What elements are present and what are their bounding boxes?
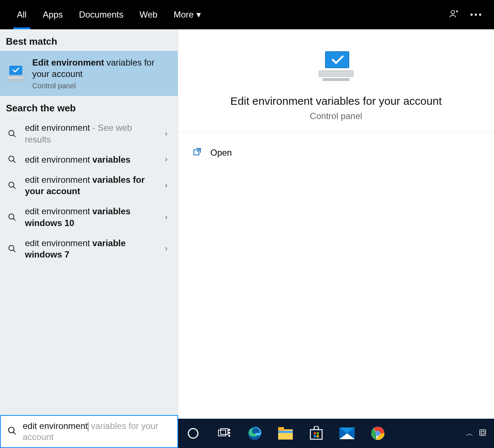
svg-rect-22 [278,427,284,431]
tab-web[interactable]: Web [132,0,166,29]
tab-all[interactable]: All [9,0,35,29]
tray-expand-icon[interactable]: ︿ [466,429,473,438]
svg-rect-25 [314,432,316,434]
svg-point-14 [188,429,198,438]
svg-point-8 [9,245,14,251]
best-match-title: Edit environment variables for your acco… [32,57,171,79]
control-panel-icon [7,64,25,83]
detail-title: Edit environment variables for your acco… [178,95,494,107]
search-filter-tabs: All Apps Documents Web More▾ ••• [0,0,494,29]
open-icon [193,147,202,158]
caret-down-icon: ▾ [196,10,201,20]
search-icon [7,244,18,253]
svg-point-5 [9,156,14,161]
svg-rect-11 [322,78,350,81]
chevron-right-icon[interactable]: › [161,155,171,164]
svg-rect-28 [317,435,319,437]
tab-documents[interactable]: Documents [71,0,131,29]
tab-label: All [17,10,27,20]
svg-point-6 [9,182,14,187]
detail-subtitle: Control panel [178,111,494,121]
svg-point-4 [9,130,14,136]
detail-panel: Edit environment variables for your acco… [178,29,494,419]
task-view-icon[interactable] [216,426,232,441]
svg-rect-19 [229,435,230,436]
search-icon [7,155,18,164]
search-box[interactable]: edit environment variables for your acco… [0,415,178,448]
web-result[interactable]: edit environment variables windows 10› [0,201,178,233]
svg-rect-17 [229,429,230,430]
svg-rect-34 [480,430,486,436]
taskbar: ︿ [178,419,494,448]
web-result-text: edit environment variables for your acco… [25,174,154,197]
web-result-text: edit environment variables [25,154,154,165]
web-result[interactable]: edit environment variable windows 7› [0,233,178,264]
cortana-icon[interactable] [185,426,201,441]
svg-rect-35 [481,431,484,434]
tab-more[interactable]: More▾ [166,0,209,29]
svg-rect-3 [9,80,23,81]
search-input-display: edit environment variables for your acco… [23,421,171,443]
search-icon [7,213,18,222]
web-result[interactable]: edit environment - See web results› [0,118,178,149]
web-result-text: edit environment - See web results [25,122,154,145]
web-result-text: edit environment variables windows 10 [25,206,154,228]
feedback-icon[interactable] [449,9,459,21]
svg-rect-23 [278,431,293,433]
svg-point-13 [8,427,14,433]
tab-label: Apps [43,10,63,20]
search-icon [7,426,17,437]
svg-point-33 [376,432,379,435]
tray-app-icon[interactable] [479,429,487,438]
svg-point-0 [451,11,454,14]
mail-icon[interactable] [339,426,355,441]
web-result[interactable]: edit environment variables› [0,149,178,170]
svg-rect-10 [319,71,353,77]
open-label: Open [210,148,232,158]
tab-label: Web [140,10,158,20]
web-result-text: edit environment variable windows 7 [25,237,154,260]
best-match-subtitle: Control panel [32,82,171,90]
chevron-right-icon[interactable]: › [161,129,171,138]
svg-rect-2 [7,76,24,79]
svg-rect-15 [218,430,226,436]
svg-point-7 [9,214,14,219]
results-panel: Best match Edit environment variables fo… [0,29,178,419]
web-result[interactable]: edit environment variables for your acco… [0,170,178,201]
svg-rect-27 [314,435,316,437]
svg-rect-9 [325,52,349,68]
search-icon [7,181,18,190]
control-panel-large-icon [316,49,356,86]
chevron-right-icon[interactable]: › [161,244,171,253]
section-header-best-match: Best match [0,29,178,51]
tab-apps[interactable]: Apps [35,0,71,29]
chevron-right-icon[interactable]: › [161,181,171,190]
search-icon [7,129,18,138]
more-options-icon[interactable]: ••• [470,10,483,19]
chevron-right-icon[interactable]: › [161,212,171,222]
svg-rect-16 [221,429,228,434]
file-explorer-icon[interactable] [278,426,293,441]
edge-icon[interactable] [247,426,262,441]
svg-rect-18 [229,432,230,433]
chrome-icon[interactable] [370,426,386,441]
section-header-search-web: Search the web [0,96,178,118]
open-action[interactable]: Open [193,144,479,162]
svg-rect-26 [317,432,319,434]
tab-label: Documents [79,10,123,20]
best-match-result[interactable]: Edit environment variables for your acco… [0,51,178,96]
svg-rect-24 [310,430,322,439]
microsoft-store-icon[interactable] [309,426,324,441]
tab-label: More [174,10,194,20]
